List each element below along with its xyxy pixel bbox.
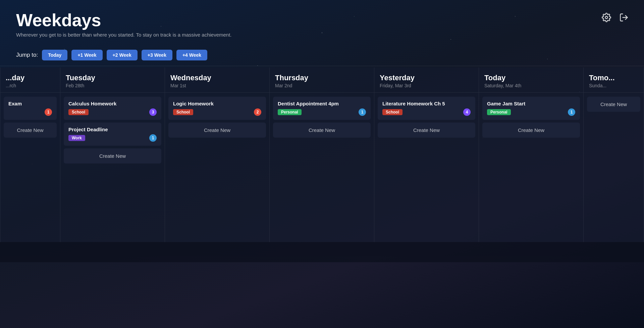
task-footer-logic-homework: School2 <box>173 108 261 116</box>
jump-plus3-button[interactable]: +3 Week <box>142 50 172 60</box>
task-title-dentist-appointment: Dentist Appointment 4pm <box>278 101 366 106</box>
create-new-button-partial-left[interactable]: Create New <box>4 123 57 138</box>
day-name-tomorrow: Tomo... <box>589 74 638 82</box>
jump-to-bar: Jump to: Today +1 Week +2 Week +3 Week +… <box>0 44 644 66</box>
task-card-literature-homework[interactable]: Literature Homework Ch 5School4 <box>378 97 475 120</box>
day-body-partial-left: Exam1Create New <box>0 93 60 242</box>
task-card-game-jam-start[interactable]: Game Jam StartPersonal1 <box>482 97 580 120</box>
task-footer-literature-homework: School4 <box>382 108 471 116</box>
task-tag-game-jam-start: Personal <box>487 109 511 115</box>
day-date-thursday: Mar 2nd <box>275 83 369 88</box>
task-footer-game-jam-start: Personal1 <box>487 108 575 116</box>
svg-point-0 <box>605 16 608 19</box>
task-card-dentist-appointment[interactable]: Dentist Appointment 4pmPersonal1 <box>273 97 371 120</box>
task-tag-project-deadline: Work <box>68 135 85 141</box>
task-card-calculus-homework[interactable]: Calculus HomeworkSchool3 <box>64 97 161 120</box>
header: Weekdays Wherever you get to is better t… <box>0 0 644 44</box>
day-body-tomorrow: Create New <box>584 93 644 242</box>
day-column-thursday: ThursdayMar 2ndDentist Appointment 4pmPe… <box>270 67 374 242</box>
task-card-exam[interactable]: Exam1 <box>4 97 57 120</box>
task-title-exam: Exam <box>8 101 52 106</box>
day-header-partial-left: ...day...rch <box>0 67 60 93</box>
day-header-yesterday: YesterdayFriday, Mar 3rd <box>374 67 479 93</box>
task-title-logic-homework: Logic Homework <box>173 101 261 106</box>
day-header-tuesday: TuesdayFeb 28th <box>60 67 165 93</box>
jump-plus1-button[interactable]: +1 Week <box>71 50 102 60</box>
page-subtitle: Wherever you get to is better than where… <box>16 32 628 38</box>
task-count-project-deadline: 1 <box>149 134 157 142</box>
footer <box>0 242 644 262</box>
create-new-button-yesterday[interactable]: Create New <box>378 123 475 138</box>
day-date-tuesday: Feb 28th <box>66 83 159 88</box>
task-tag-calculus-homework: School <box>68 109 89 115</box>
day-column-yesterday: YesterdayFriday, Mar 3rdLiterature Homew… <box>374 67 479 242</box>
gear-button[interactable] <box>600 11 613 24</box>
task-tag-dentist-appointment: Personal <box>278 109 302 115</box>
create-new-button-thursday[interactable]: Create New <box>273 123 371 138</box>
task-tag-logic-homework: School <box>173 109 193 115</box>
day-column-tomorrow: Tomo...Sunda...Create New <box>584 67 644 242</box>
day-header-today: TodaySaturday, Mar 4th <box>479 67 583 93</box>
day-name-today: Today <box>484 74 578 82</box>
task-count-calculus-homework: 3 <box>149 108 157 116</box>
task-count-exam: 1 <box>45 108 52 116</box>
task-tag-literature-homework: School <box>382 109 402 115</box>
task-footer-dentist-appointment: Personal1 <box>278 108 366 116</box>
day-body-today: Game Jam StartPersonal1Create New <box>479 93 583 242</box>
create-new-button-tuesday[interactable]: Create New <box>64 148 161 163</box>
page-title: Weekdays <box>16 11 628 30</box>
day-date-wednesday: Mar 1st <box>170 83 264 88</box>
day-name-yesterday: Yesterday <box>380 74 473 82</box>
day-body-thursday: Dentist Appointment 4pmPersonal1Create N… <box>270 93 374 242</box>
task-card-project-deadline[interactable]: Project DeadlineWork1 <box>64 123 161 146</box>
task-footer-calculus-homework: School3 <box>68 108 157 116</box>
day-name-thursday: Thursday <box>275 74 369 82</box>
task-title-literature-homework: Literature Homework Ch 5 <box>382 101 471 106</box>
day-column-partial-left: ...day...rchExam1Create New <box>0 67 60 242</box>
task-count-game-jam-start: 1 <box>568 108 575 116</box>
header-actions <box>600 11 631 24</box>
day-date-tomorrow: Sunda... <box>589 83 638 88</box>
day-date-today: Saturday, Mar 4th <box>484 83 578 88</box>
task-card-logic-homework[interactable]: Logic HomeworkSchool2 <box>168 97 266 120</box>
jump-today-button[interactable]: Today <box>42 50 67 60</box>
day-header-wednesday: WednesdayMar 1st <box>165 67 269 93</box>
create-new-button-wednesday[interactable]: Create New <box>168 123 266 138</box>
day-name-tuesday: Tuesday <box>66 74 159 82</box>
days-container: ...day...rchExam1Create NewTuesdayFeb 28… <box>0 67 644 242</box>
task-count-literature-homework: 4 <box>463 108 471 116</box>
day-body-tuesday: Calculus HomeworkSchool3Project Deadline… <box>60 93 165 242</box>
day-body-wednesday: Logic HomeworkSchool2Create New <box>165 93 269 242</box>
create-new-button-tomorrow[interactable]: Create New <box>587 97 640 112</box>
task-title-project-deadline: Project Deadline <box>68 127 157 132</box>
logout-button[interactable] <box>617 11 631 24</box>
day-column-today: TodaySaturday, Mar 4thGame Jam StartPers… <box>479 67 584 242</box>
day-date-yesterday: Friday, Mar 3rd <box>380 83 473 88</box>
task-count-dentist-appointment: 1 <box>359 108 366 116</box>
day-header-tomorrow: Tomo...Sunda... <box>584 67 644 93</box>
task-footer-project-deadline: Work1 <box>68 134 157 142</box>
day-name-wednesday: Wednesday <box>170 74 264 82</box>
day-column-wednesday: WednesdayMar 1stLogic HomeworkSchool2Cre… <box>165 67 270 242</box>
day-column-tuesday: TuesdayFeb 28thCalculus HomeworkSchool3P… <box>60 67 165 242</box>
jump-label: Jump to: <box>16 52 38 58</box>
day-header-thursday: ThursdayMar 2nd <box>270 67 374 93</box>
create-new-button-today[interactable]: Create New <box>482 123 580 138</box>
day-date-partial-left: ...rch <box>6 83 55 88</box>
jump-plus2-button[interactable]: +2 Week <box>107 50 138 60</box>
task-footer-exam: 1 <box>8 108 52 116</box>
jump-plus4-button[interactable]: +4 Week <box>176 50 207 60</box>
task-title-game-jam-start: Game Jam Start <box>487 101 575 106</box>
day-name-partial-left: ...day <box>6 74 55 82</box>
task-title-calculus-homework: Calculus Homework <box>68 101 157 106</box>
day-body-yesterday: Literature Homework Ch 5School4Create Ne… <box>374 93 479 242</box>
task-count-logic-homework: 2 <box>254 108 261 116</box>
